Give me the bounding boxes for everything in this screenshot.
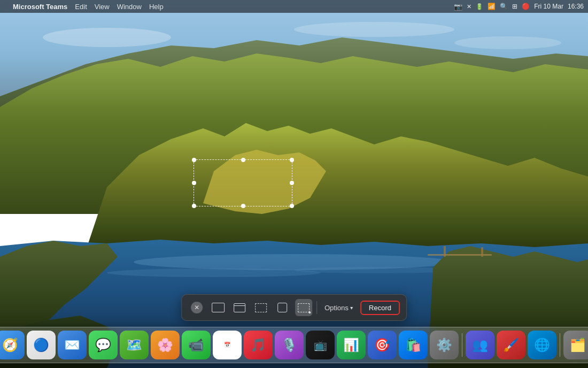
menubar-time: 16:36 [568, 3, 584, 10]
dock-icon-safari[interactable]: 🧭 [0, 331, 25, 359]
menubar-right: 📷 ✕ 🔋 📶 🔍 ⊞ 🔴 Fri 10 Mar 16:36 [454, 3, 584, 11]
dock-icon-teams[interactable]: 👥 [466, 331, 494, 359]
control-center-icon[interactable]: ⊞ [512, 3, 517, 10]
options-button[interactable]: Options ▾ [321, 302, 356, 314]
menubar-help[interactable]: Help [149, 3, 164, 11]
dock-icon-edge[interactable]: 🌐 [528, 331, 556, 359]
dock-icon-files[interactable]: 🗂️ [563, 331, 588, 359]
capture-touchbar-button[interactable] [274, 299, 291, 316]
dock-icon-facetime[interactable]: 📹 [182, 331, 211, 359]
record-video-icon [298, 303, 310, 312]
capture-screen-button[interactable] [210, 299, 227, 316]
mail-icon: ✉️ [64, 339, 80, 351]
dock-icon-music[interactable]: 🎵 [244, 331, 273, 359]
dock-icon-appstore[interactable]: 🛍️ [399, 331, 428, 359]
record-label: Record [369, 304, 391, 312]
menubar-date: Fri 10 Mar [534, 3, 563, 10]
svg-point-8 [294, 267, 454, 273]
sketchbook-icon: 🖌️ [503, 339, 519, 351]
numbers-icon: 📊 [343, 339, 359, 351]
dock-icon-sysprefs[interactable]: ⚙️ [430, 331, 459, 359]
capture-window-icon [234, 303, 245, 312]
edge-icon: 🌐 [534, 339, 550, 351]
dock-icon-maps[interactable]: 🗺️ [120, 331, 149, 359]
menubar-window[interactable]: Window [117, 3, 142, 11]
podcasts-icon: 🎙️ [281, 339, 297, 351]
dock-icon-numbers[interactable]: 📊 [337, 331, 366, 359]
dock-icon-podcasts[interactable]: 🎙️ [275, 331, 304, 359]
music-icon: 🎵 [250, 339, 266, 351]
svg-point-7 [107, 269, 321, 277]
appletv-icon: 📺 [314, 340, 327, 350]
screenshot-toolbar: ✕ Options ▾ Record [181, 294, 407, 321]
capture-selection-icon [255, 303, 267, 312]
sysprefs-icon: ⚙️ [436, 339, 452, 351]
dock-icon-chrome[interactable]: 🔵 [27, 331, 56, 359]
search-icon[interactable]: 🔍 [500, 3, 508, 10]
teams-icon: 👥 [472, 339, 488, 351]
maps-icon: 🗺️ [126, 339, 142, 351]
keynote-icon: 🎯 [374, 339, 390, 351]
menubar-app-name[interactable]: Microsoft Teams [13, 3, 67, 11]
capture-touch-icon [277, 303, 287, 312]
camera-icon[interactable]: 📷 [454, 3, 462, 11]
siri-icon[interactable]: 🔴 [522, 3, 530, 10]
dock: 🔵 🚀 🧭 🔵 ✉️ 💬 🗺️ 🌸 📹 [0, 324, 588, 368]
svg-point-17 [454, 36, 561, 49]
battery-icon[interactable]: 🔋 [476, 3, 483, 10]
svg-point-16 [294, 22, 454, 37]
bluetooth-icon[interactable]: ✕ [467, 3, 471, 10]
record-selection-button[interactable] [295, 299, 312, 316]
record-button[interactable]: Record [360, 301, 400, 315]
safari-icon: 🧭 [2, 339, 18, 351]
close-button[interactable]: ✕ [188, 299, 205, 316]
files-icon: 🗂️ [570, 339, 586, 351]
capture-screen-icon [212, 303, 225, 312]
photos-icon: 🌸 [157, 339, 173, 351]
menubar-view[interactable]: View [95, 3, 110, 11]
dock-icon-mail[interactable]: ✉️ [58, 331, 87, 359]
options-label: Options [324, 304, 349, 312]
appstore-icon: 🛍️ [405, 339, 421, 351]
calendar-icon: 📅 [224, 342, 230, 348]
dock-icon-photos[interactable]: 🌸 [151, 331, 180, 359]
dock-separator-2 [560, 333, 560, 357]
dock-icon-appletv[interactable]: 📺 [306, 331, 335, 359]
menubar: Microsoft Teams Edit View Window Help 📷 … [0, 0, 588, 13]
dock-container: 🔵 🚀 🧭 🔵 ✉️ 💬 🗺️ 🌸 📹 [0, 327, 588, 363]
facetime-icon: 📹 [188, 339, 204, 351]
capture-window-button[interactable] [231, 299, 248, 316]
svg-point-15 [43, 28, 171, 47]
chrome-icon: 🔵 [33, 339, 49, 351]
menubar-edit[interactable]: Edit [75, 3, 87, 11]
dock-separator [462, 333, 462, 357]
dock-icon-messages[interactable]: 💬 [89, 331, 118, 359]
dock-icon-sketchbook[interactable]: 🖌️ [497, 331, 525, 359]
dock-icon-keynote[interactable]: 🎯 [368, 331, 397, 359]
svg-rect-13 [444, 246, 446, 257]
close-icon: ✕ [194, 304, 199, 311]
messages-icon: 💬 [95, 339, 111, 351]
wifi-icon[interactable]: 📶 [488, 3, 496, 10]
capture-selection-button[interactable] [252, 299, 269, 316]
chevron-down-icon: ▾ [350, 305, 353, 311]
svg-rect-14 [481, 247, 483, 257]
dock-icon-calendar[interactable]: 📅 [213, 331, 242, 359]
menubar-left: Microsoft Teams Edit View Window Help [4, 3, 164, 11]
toolbar-separator [316, 301, 317, 314]
